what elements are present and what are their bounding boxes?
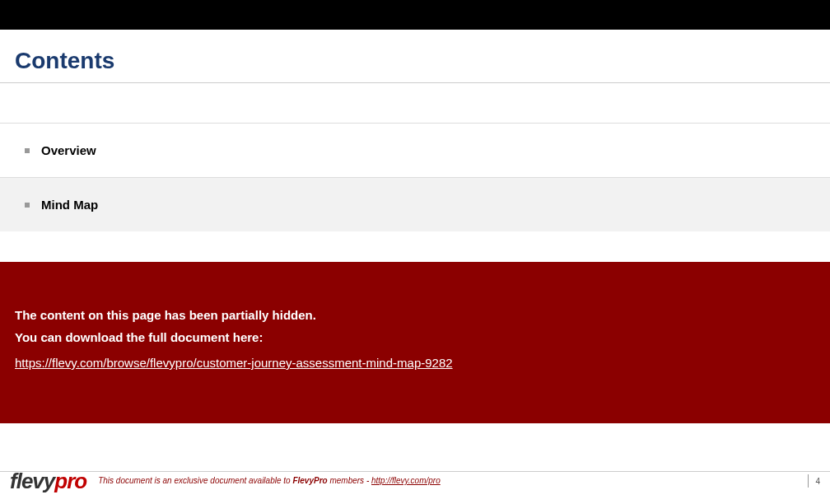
- footer-logo-part1: flevy: [10, 469, 54, 493]
- contents-list: Overview Mind Map: [0, 123, 830, 231]
- footer-text-suffix: members -: [328, 476, 371, 485]
- contents-item-overview: Overview: [0, 123, 830, 177]
- footer-link[interactable]: http://flevy.com/pro: [371, 476, 441, 485]
- footer-logo: flevypro: [10, 470, 86, 492]
- bullet-row: Overview: [25, 143, 815, 157]
- page-number: 4: [808, 474, 820, 488]
- hidden-banner-line1: The content on this page has been partia…: [15, 308, 815, 322]
- hidden-content-banner: The content on this page has been partia…: [0, 262, 830, 423]
- header-section: Contents: [0, 30, 830, 83]
- hidden-banner-line2: You can download the full document here:: [15, 330, 815, 344]
- top-black-bar: [0, 0, 830, 30]
- footer-bar: flevypro This document is an exclusive d…: [0, 471, 830, 489]
- page-title: Contents: [15, 48, 815, 74]
- bullet-icon: [25, 203, 30, 208]
- footer-logo-part2: pro: [54, 469, 86, 493]
- contents-item-label: Mind Map: [41, 198, 98, 212]
- footer-text-prefix: This document is an exclusive document a…: [98, 476, 292, 485]
- hidden-banner-link[interactable]: https://flevy.com/browse/flevypro/custom…: [15, 356, 453, 370]
- contents-item-mindmap: Mind Map: [0, 177, 830, 231]
- footer-text-bold: FlevyPro: [292, 476, 327, 485]
- footer-text: This document is an exclusive document a…: [98, 476, 441, 485]
- contents-item-label: Overview: [41, 143, 96, 157]
- bullet-row: Mind Map: [25, 198, 815, 212]
- bullet-icon: [25, 148, 30, 153]
